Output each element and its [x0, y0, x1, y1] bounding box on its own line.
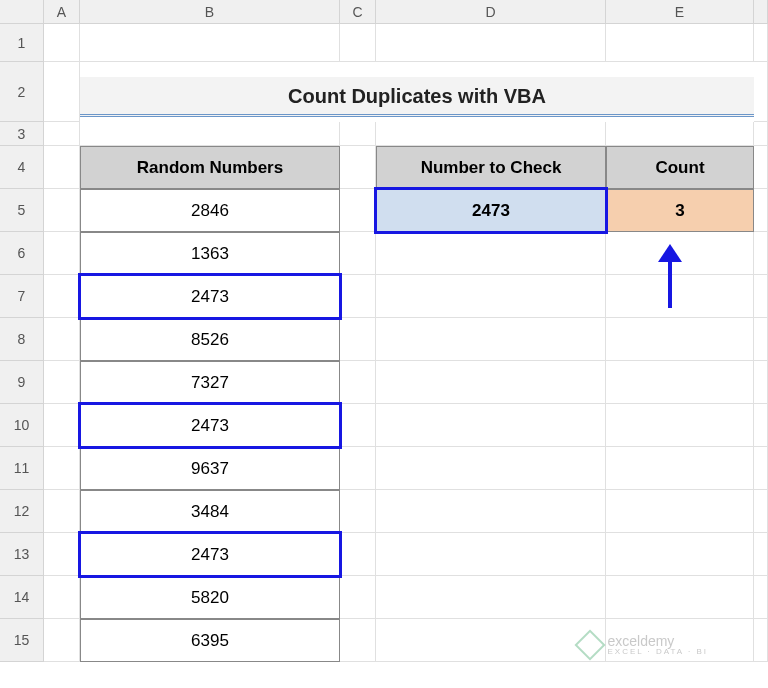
cell[interactable]: [340, 361, 376, 404]
col-B[interactable]: B: [80, 0, 340, 24]
random-cell[interactable]: 7327: [80, 361, 340, 404]
cell[interactable]: [44, 275, 80, 318]
cell[interactable]: [44, 189, 80, 232]
random-cell-dup[interactable]: 2473: [80, 533, 340, 576]
check-value-cell[interactable]: 2473: [376, 189, 606, 232]
cell[interactable]: [754, 576, 768, 619]
row-3[interactable]: 3: [0, 122, 44, 146]
cell[interactable]: [606, 576, 754, 619]
cell[interactable]: [44, 619, 80, 662]
title-area[interactable]: Count Duplicates with VBA: [80, 72, 754, 122]
count-value-cell[interactable]: 3: [606, 189, 754, 232]
cell[interactable]: [754, 232, 768, 275]
cell[interactable]: [376, 361, 606, 404]
cell[interactable]: [44, 447, 80, 490]
random-cell[interactable]: 8526: [80, 318, 340, 361]
row-13[interactable]: 13: [0, 533, 44, 576]
cell[interactable]: [754, 146, 768, 189]
cell[interactable]: [754, 533, 768, 576]
cell[interactable]: [606, 122, 754, 146]
check-header[interactable]: Number to Check: [376, 146, 606, 189]
row-15[interactable]: 15: [0, 619, 44, 662]
row-7[interactable]: 7: [0, 275, 44, 318]
row-4[interactable]: 4: [0, 146, 44, 189]
cell[interactable]: [606, 533, 754, 576]
cell[interactable]: [340, 24, 376, 62]
cell[interactable]: [376, 533, 606, 576]
cell[interactable]: [340, 275, 376, 318]
row-8[interactable]: 8: [0, 318, 44, 361]
random-cell-dup[interactable]: 2473: [80, 275, 340, 318]
cell[interactable]: [44, 24, 80, 62]
cell[interactable]: [44, 318, 80, 361]
cell[interactable]: [606, 361, 754, 404]
cell[interactable]: [44, 232, 80, 275]
cell[interactable]: [340, 490, 376, 533]
cell[interactable]: [340, 232, 376, 275]
col-D[interactable]: D: [376, 0, 606, 24]
random-cell[interactable]: 6395: [80, 619, 340, 662]
col-A[interactable]: A: [44, 0, 80, 24]
cell[interactable]: [606, 404, 754, 447]
col-C[interactable]: C: [340, 0, 376, 24]
cell[interactable]: [754, 404, 768, 447]
cell[interactable]: [376, 576, 606, 619]
random-cell[interactable]: 5820: [80, 576, 340, 619]
cell[interactable]: [606, 490, 754, 533]
cell[interactable]: [754, 447, 768, 490]
cell[interactable]: [606, 275, 754, 318]
count-header[interactable]: Count: [606, 146, 754, 189]
random-cell[interactable]: 3484: [80, 490, 340, 533]
random-cell[interactable]: 9637: [80, 447, 340, 490]
cell[interactable]: [44, 576, 80, 619]
cell[interactable]: [340, 404, 376, 447]
cell[interactable]: [44, 490, 80, 533]
cell[interactable]: [340, 619, 376, 662]
row-14[interactable]: 14: [0, 576, 44, 619]
cell[interactable]: [754, 361, 768, 404]
cell[interactable]: [340, 146, 376, 189]
row-6[interactable]: 6: [0, 232, 44, 275]
cell[interactable]: [754, 318, 768, 361]
cell[interactable]: [44, 122, 80, 146]
cell[interactable]: [340, 189, 376, 232]
cell[interactable]: [376, 490, 606, 533]
cell[interactable]: [44, 62, 80, 122]
random-cell[interactable]: 1363: [80, 232, 340, 275]
random-cell-dup[interactable]: 2473: [80, 404, 340, 447]
cell[interactable]: [606, 24, 754, 62]
row-1[interactable]: 1: [0, 24, 44, 62]
col-E[interactable]: E: [606, 0, 754, 24]
cell[interactable]: [80, 24, 340, 62]
row-12[interactable]: 12: [0, 490, 44, 533]
cell[interactable]: [340, 533, 376, 576]
row-10[interactable]: 10: [0, 404, 44, 447]
cell[interactable]: [340, 447, 376, 490]
row-2[interactable]: 2: [0, 62, 44, 122]
random-cell[interactable]: 2846: [80, 189, 340, 232]
cell[interactable]: [754, 24, 768, 62]
row-11[interactable]: 11: [0, 447, 44, 490]
cell[interactable]: [754, 189, 768, 232]
cell[interactable]: [340, 318, 376, 361]
cell[interactable]: [44, 533, 80, 576]
cell[interactable]: [754, 619, 768, 662]
cell[interactable]: [376, 619, 606, 662]
cell[interactable]: [376, 318, 606, 361]
row-9[interactable]: 9: [0, 361, 44, 404]
cell[interactable]: [376, 275, 606, 318]
cell[interactable]: [754, 122, 768, 146]
cell[interactable]: [606, 447, 754, 490]
cell[interactable]: [44, 404, 80, 447]
cell[interactable]: [44, 146, 80, 189]
cell[interactable]: [754, 490, 768, 533]
cell[interactable]: [376, 404, 606, 447]
cell[interactable]: [80, 122, 340, 146]
row-5[interactable]: 5: [0, 189, 44, 232]
cell[interactable]: [376, 24, 606, 62]
cell[interactable]: [376, 447, 606, 490]
corner-cell[interactable]: [0, 0, 44, 24]
cell[interactable]: [754, 62, 768, 122]
cell[interactable]: [754, 275, 768, 318]
cell[interactable]: [606, 318, 754, 361]
